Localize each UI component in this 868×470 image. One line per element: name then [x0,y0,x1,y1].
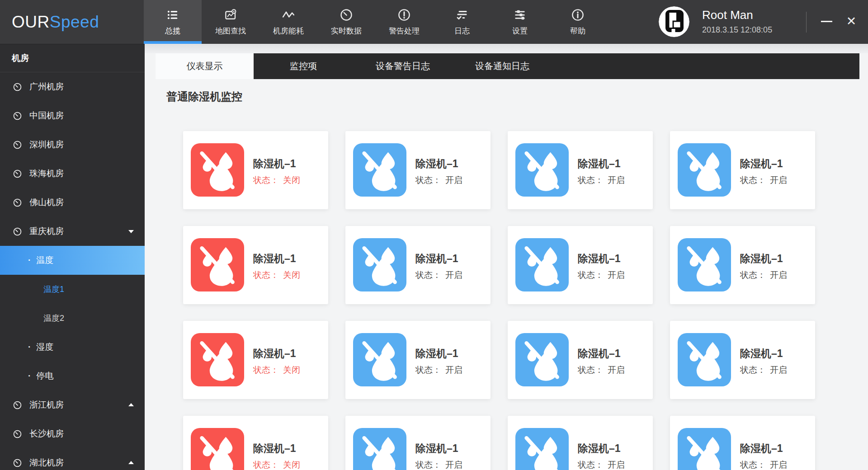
device-title: 除湿机–1 [253,252,296,266]
status-value: 开启 [445,365,462,375]
gauge-icon [13,198,22,207]
sidebar-item-8[interactable]: 温度2 [0,304,145,333]
sidebar-item-13[interactable]: 湖北机房 [0,448,145,470]
dehumidifier-card[interactable]: 除湿机–1 状态：关闭 [183,226,328,304]
dehumidifier-card[interactable]: 除湿机–1 状态：开启 [508,131,653,209]
sidebar-item-1[interactable]: 中国机房 [0,101,145,130]
log-icon [455,8,469,22]
section-title: 普通除湿机监控 [166,89,242,104]
realtime-icon [340,8,353,22]
device-title: 除湿机–1 [415,347,458,361]
sidebar-list: 广州机房 中国机房 深圳机房 珠海机房 佛山机房 重庆机房 温度 温度1 温度2… [0,72,145,470]
dehumidifier-card[interactable]: 除湿机–1 状态：开启 [345,226,491,304]
nav-item-realtime[interactable]: 实时数据 [317,0,375,44]
sidebar-item-0[interactable]: 广州机房 [0,72,145,101]
dehumidifier-card[interactable]: 除湿机–1 状态：开启 [508,226,653,304]
gauge-icon [13,169,22,179]
dehumidifier-card[interactable]: 除湿机–1 状态：开启 [345,321,491,399]
nav-item-label: 实时数据 [331,26,362,36]
device-status: 状态：开启 [415,364,462,376]
logo-suffix: Speed [50,13,99,31]
dehumidifier-card[interactable]: 除湿机–1 状态：开启 [670,321,815,399]
nav-item-energy[interactable]: 机房能耗 [259,0,317,44]
sidebar-item-9[interactable]: 湿度 [0,333,145,362]
tab-item-1[interactable]: 监控项 [254,53,353,79]
window-controls-divider [806,12,807,33]
nav-item-alert[interactable]: 警告处理 [375,0,433,44]
sidebar-item-4[interactable]: 佛山机房 [0,188,145,217]
settings-icon [513,8,527,22]
nav-item-label: 设置 [512,26,528,36]
status-label: 状态： [415,365,441,375]
device-status: 状态：开启 [415,269,462,281]
dehumidifier-card[interactable]: 除湿机–1 状态：开启 [670,416,815,470]
device-status: 状态：开启 [415,459,462,470]
device-status: 状态：开启 [578,174,625,186]
sidebar-item-11[interactable]: 浙江机房 [0,390,145,419]
nav-item-label: 帮助 [570,26,585,36]
sidebar-item-label: 温度1 [43,284,64,295]
device-status: 状态：开启 [578,269,625,281]
status-label: 状态： [578,270,604,280]
sidebar-item-6[interactable]: 温度 [0,246,145,275]
nav-item-settings[interactable]: 设置 [491,0,549,44]
avatar[interactable] [659,6,689,37]
dehumidifier-droplets-icon [515,333,569,386]
status-value: 开启 [445,460,462,470]
status-label: 状态： [253,175,279,185]
nav-item-map-search[interactable]: 地图查找 [202,0,259,44]
sidebar-item-12[interactable]: 长沙机房 [0,419,145,448]
nav-item-help[interactable]: 帮助 [549,0,607,44]
dehumidifier-card[interactable]: 除湿机–1 状态：开启 [508,416,653,470]
dehumidifier-droplets-icon [678,143,731,197]
status-label: 状态： [740,175,766,185]
close-button[interactable]: ✕ [844,14,859,29]
nav-item-label: 日志 [454,26,470,36]
caret-up-icon [128,403,134,406]
sidebar-item-2[interactable]: 深圳机房 [0,130,145,159]
dehumidifier-droplets-icon [678,238,731,291]
user-name: Root Man [702,8,753,22]
device-status: 状态：开启 [578,364,625,376]
status-label: 状态： [253,460,279,470]
tab-item-2[interactable]: 设备警告日志 [353,53,453,79]
dehumidifier-card[interactable]: 除湿机–1 状态：关闭 [183,321,328,399]
device-status: 状态：开启 [740,269,787,281]
dehumidifier-card[interactable]: 除湿机–1 状态：开启 [670,131,815,209]
device-title: 除湿机–1 [415,157,458,171]
help-icon [571,8,585,22]
dehumidifier-card[interactable]: 除湿机–1 状态：开启 [508,321,653,399]
energy-icon [282,8,295,22]
dehumidifier-card[interactable]: 除湿机–1 状态：开启 [345,131,491,209]
status-label: 状态： [415,270,441,280]
nav-item-overview[interactable]: 总揽 [144,0,202,44]
device-title: 除湿机–1 [415,252,458,266]
tab-bar-dark: 监控项 设备警告日志 设备通知日志 [254,53,859,79]
dehumidifier-droplets-icon [515,238,569,291]
sidebar-item-3[interactable]: 珠海机房 [0,159,145,188]
sidebar-item-10[interactable]: 停电 [0,362,145,390]
device-title: 除湿机–1 [740,347,783,361]
device-title: 除湿机–1 [578,347,621,361]
nav-item-log[interactable]: 日志 [433,0,491,44]
sidebar-item-label: 温度 [28,254,53,266]
sidebar-item-7[interactable]: 温度1 [0,275,145,304]
dehumidifier-card[interactable]: 除湿机–1 状态：开启 [345,416,491,470]
status-value: 开启 [608,365,625,375]
device-status: 状态：关闭 [253,174,300,186]
gauge-icon [13,111,22,121]
tab-dashboard[interactable]: 仪表显示 [156,53,254,79]
gauge-icon [13,400,22,410]
dehumidifier-card[interactable]: 除湿机–1 状态：关闭 [183,131,328,209]
dehumidifier-card[interactable]: 除湿机–1 状态：关闭 [183,416,328,470]
dehumidifier-card[interactable]: 除湿机–1 状态：开启 [670,226,815,304]
sidebar-item-label: 佛山机房 [29,197,64,208]
caret-down-icon [128,230,134,233]
caret-up-icon [128,461,134,464]
sidebar-item-5[interactable]: 重庆机房 [0,217,145,246]
minimize-button[interactable] [819,14,835,29]
tab-item-3[interactable]: 设备通知日志 [453,53,552,79]
status-label: 状态： [253,365,279,375]
sidebar-header: 机房 [0,44,145,72]
sidebar-item-label: 湿度 [28,341,53,353]
